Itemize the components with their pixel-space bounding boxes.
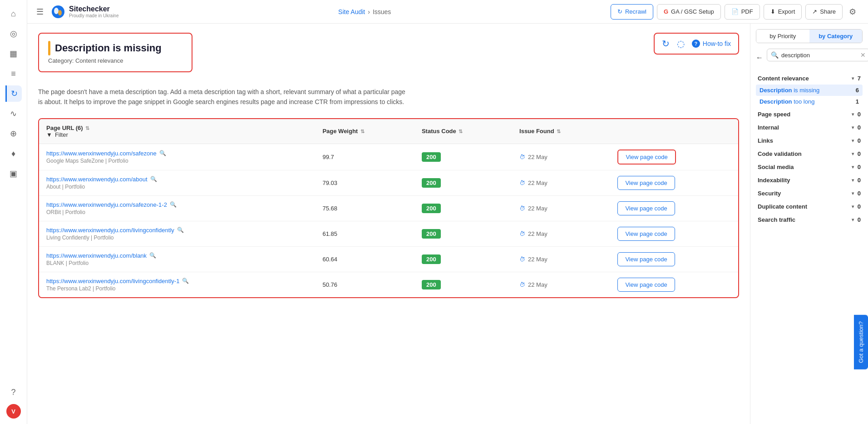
url-cell: https://www.wenxinwendyju.com/livingconf…	[39, 221, 315, 246]
sidebar-item-help[interactable]: ?	[5, 384, 22, 400]
category-header[interactable]: Search traffic ▾ 0	[756, 214, 863, 226]
url-link[interactable]: https://www.wenxinwendyju.com/safezone 🔍	[46, 150, 308, 157]
view-page-code-button[interactable]: View page code	[617, 227, 675, 241]
recrawl-button[interactable]: ↻ Recrawl	[611, 4, 653, 20]
url-cell: https://www.wenxinwendyju.com/blank 🔍 BL…	[39, 246, 315, 272]
category-item-count: 6	[856, 87, 859, 94]
search-clear-icon[interactable]: ✕	[860, 51, 866, 59]
search-url-icon[interactable]: 🔍	[170, 201, 177, 208]
category-header-right: ▾ 0	[852, 177, 861, 184]
weight-cell: 50.76	[315, 272, 414, 297]
category-header[interactable]: Page speed ▾ 0	[756, 108, 863, 120]
category-header[interactable]: Indexability ▾ 0	[756, 174, 863, 186]
view-page-code-button[interactable]: View page code	[617, 278, 675, 292]
hamburger-icon[interactable]: ☰	[36, 7, 44, 17]
table-row: https://www.wenxinwendyju.com/safezone-1…	[39, 195, 738, 221]
category-name: Security	[758, 190, 781, 197]
url-cell: https://www.wenxinwendyju.com/safezone-1…	[39, 195, 315, 221]
category-header[interactable]: Links ▾ 0	[756, 135, 863, 147]
url-link[interactable]: https://www.wenxinwendyju.com/safezone-1…	[46, 201, 308, 208]
tab-by-category[interactable]: by Category	[809, 30, 863, 43]
url-link[interactable]: https://www.wenxinwendyju.com/livingconf…	[46, 278, 308, 284]
search-url-icon[interactable]: 🔍	[150, 176, 157, 182]
url-link[interactable]: https://www.wenxinwendyju.com/about 🔍	[46, 176, 308, 183]
pdf-button[interactable]: 📄 PDF	[725, 4, 760, 20]
chevron-icon: ▾	[852, 204, 854, 209]
view-page-code-button[interactable]: View page code	[617, 252, 675, 266]
col-action-header	[610, 119, 738, 144]
table-header: Page URL (6) ⇅ ▼ Filter Page We	[39, 119, 738, 144]
breadcrumb-parent[interactable]: Site Audit	[338, 8, 365, 15]
sidebar-item-grid[interactable]: ▦	[5, 45, 22, 62]
category-header[interactable]: Social media ▾ 0	[756, 161, 863, 173]
category-header[interactable]: Duplicate content ▾ 0	[756, 200, 863, 213]
search-url-icon[interactable]: 🔍	[182, 278, 189, 284]
category-name: Content relevance	[758, 75, 809, 82]
category-name: Duplicate content	[758, 203, 807, 210]
category-count: 0	[858, 177, 861, 184]
how-to-fix-button[interactable]: ? How-to fix	[692, 40, 731, 48]
category-count: 0	[858, 190, 861, 197]
url-subtitle: Living Confidently | Portfolio	[46, 234, 308, 241]
category-header-right: ▾ 0	[852, 164, 861, 170]
search-input[interactable]	[781, 52, 858, 59]
filter-button[interactable]: ▼ Filter	[46, 131, 68, 138]
view-page-code-button[interactable]: View page code	[617, 150, 676, 165]
sidebar-item-analytics[interactable]: ∿	[5, 105, 22, 122]
filter-icon: ▼	[46, 131, 52, 138]
sort-found-icon[interactable]: ⇅	[557, 129, 561, 134]
category-count: 0	[858, 203, 861, 210]
issue-severity-bar	[48, 41, 50, 55]
tab-by-priority[interactable]: by Priority	[756, 30, 809, 43]
sidebar-item-home[interactable]: ⌂	[5, 5, 22, 22]
issue-found: ⏱ 22 May	[519, 230, 603, 237]
ga-gsc-button[interactable]: G GA / GSC Setup	[657, 4, 721, 20]
sort-weight-icon[interactable]: ⇅	[360, 129, 365, 134]
sidebar-item-list[interactable]: ≡	[5, 65, 22, 82]
url-cell: https://www.wenxinwendyju.com/livingconf…	[39, 272, 315, 297]
found-cell: ⏱ 22 May	[512, 170, 610, 195]
search-url-icon[interactable]: 🔍	[149, 252, 156, 259]
export-button[interactable]: ⬇ Export	[764, 4, 802, 20]
category-header[interactable]: Internal ▾ 0	[756, 121, 863, 134]
action-cell: View page code	[610, 246, 738, 272]
chevron-icon: ▾	[852, 165, 854, 170]
url-subtitle: Google Maps SafeZone | Portfolio	[46, 158, 308, 164]
status-badge: 200	[422, 204, 441, 213]
sidebar-item-globe[interactable]: ◎	[5, 25, 22, 42]
search-url-icon[interactable]: 🔍	[159, 150, 166, 156]
url-link[interactable]: https://www.wenxinwendyju.com/blank 🔍	[46, 252, 308, 259]
category-item[interactable]: Description is missing 6	[756, 85, 863, 96]
sort-status-icon[interactable]: ⇅	[459, 129, 463, 134]
category-item[interactable]: Description too long 1	[756, 96, 863, 107]
col-url-header: Page URL (6) ⇅ ▼ Filter	[39, 119, 315, 144]
svg-point-2	[58, 10, 62, 15]
sidebar-item-audit[interactable]: ↻	[5, 85, 22, 102]
weight-cell: 79.03	[315, 170, 414, 195]
view-page-code-button[interactable]: View page code	[617, 201, 675, 215]
sort-url-icon[interactable]: ⇅	[85, 125, 89, 131]
search-url-icon[interactable]: 🔍	[177, 227, 184, 233]
clock-icon: ⏱	[519, 205, 525, 212]
category-header[interactable]: Security ▾ 0	[756, 187, 863, 200]
refresh-action-button[interactable]: ↻	[662, 38, 670, 49]
settings-button[interactable]: ⚙	[846, 4, 859, 20]
url-cell: https://www.wenxinwendyju.com/about 🔍 Ab…	[39, 170, 315, 195]
issue-found: ⏱ 22 May	[519, 180, 603, 186]
weight-cell: 75.68	[315, 195, 414, 221]
sidebar-item-add[interactable]: ⊕	[5, 125, 22, 142]
view-page-code-button[interactable]: View page code	[617, 176, 675, 190]
category-header[interactable]: Code validation ▾ 0	[756, 148, 863, 160]
category-header[interactable]: Content relevance ▾ 7	[756, 72, 863, 85]
back-arrow-icon[interactable]: ←	[756, 54, 763, 62]
url-link[interactable]: https://www.wenxinwendyju.com/livingconf…	[46, 227, 308, 234]
sidebar-item-tag[interactable]: ♦	[5, 145, 22, 162]
share-button[interactable]: ↗ Share	[805, 4, 843, 20]
question-button[interactable]: Got a question?	[854, 315, 868, 369]
recrawl-icon: ↻	[617, 8, 622, 15]
sidebar-item-db[interactable]: ▣	[5, 165, 22, 182]
user-avatar[interactable]: V	[6, 404, 21, 419]
hide-action-button[interactable]: ◌	[677, 38, 685, 49]
url-subtitle: About | Portfolio	[46, 184, 308, 190]
url-subtitle: ORBit | Portfolio	[46, 209, 308, 215]
